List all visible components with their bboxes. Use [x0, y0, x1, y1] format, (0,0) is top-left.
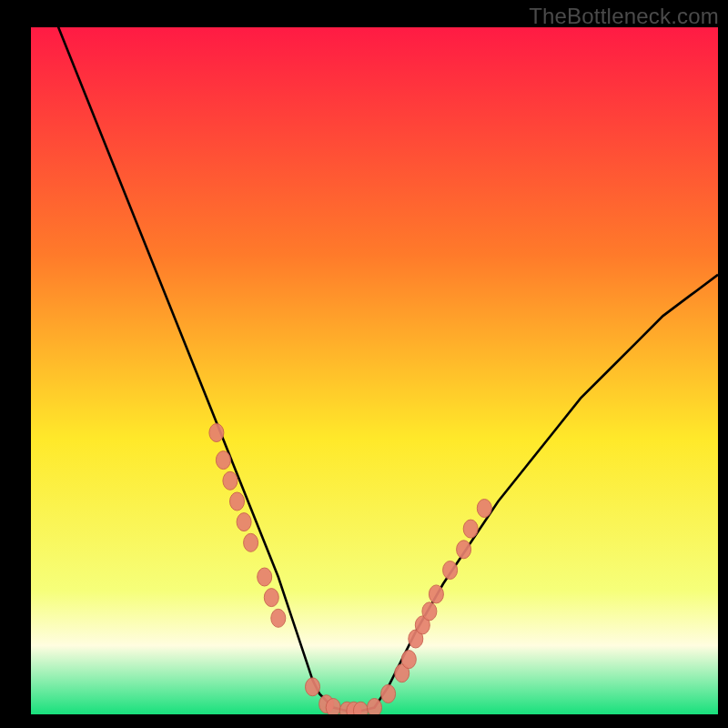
data-marker — [401, 651, 416, 669]
data-marker — [258, 568, 272, 586]
data-marker — [223, 471, 238, 490]
bottleneck-plot — [31, 27, 718, 714]
gradient-background — [31, 27, 718, 714]
plot-area — [31, 27, 718, 714]
data-marker — [306, 678, 320, 696]
data-marker — [237, 513, 251, 531]
data-marker — [230, 492, 245, 511]
chart-frame: TheBottleneck.com — [0, 0, 728, 728]
data-marker — [429, 585, 443, 603]
data-marker — [264, 589, 278, 607]
data-marker — [457, 541, 471, 559]
data-marker — [463, 520, 478, 538]
watermark-label: TheBottleneck.com — [529, 4, 719, 29]
data-marker — [271, 609, 286, 627]
data-marker — [477, 500, 491, 518]
data-marker — [209, 424, 224, 442]
data-marker — [443, 561, 458, 580]
data-marker — [216, 451, 230, 470]
data-marker — [422, 602, 437, 621]
data-marker — [381, 684, 396, 703]
data-marker — [326, 699, 340, 715]
data-marker — [244, 533, 258, 551]
data-marker — [368, 699, 382, 715]
